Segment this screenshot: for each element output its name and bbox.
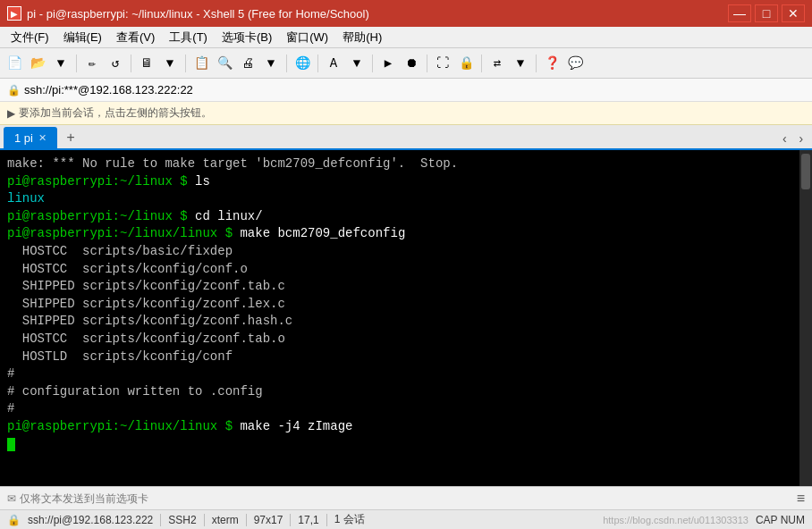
term-line-8: SHIPPED scripts/kconfig/zconf.lex.c xyxy=(7,296,792,314)
menu-tools[interactable]: 工具(T) xyxy=(162,28,215,47)
bottom-input-bar: ✉ ≡ xyxy=(0,486,812,509)
tb-font2[interactable]: ▼ xyxy=(346,53,368,74)
info-bar: ▶ 要添加当前会话，点击左侧的箭头按钮。 xyxy=(0,102,812,125)
term-line-10: HOSTCC scripts/kconfig/zconf.tab.o xyxy=(7,331,792,348)
status-protocol: SSH2 xyxy=(168,514,196,526)
tab-add-button[interactable]: + xyxy=(61,129,80,148)
menu-help[interactable]: 帮助(H) xyxy=(335,28,389,47)
menu-window[interactable]: 窗口(W) xyxy=(279,28,335,47)
status-sep2 xyxy=(204,514,205,526)
tb-sep8 xyxy=(481,55,482,72)
info-arrow-icon: ▶ xyxy=(7,107,15,120)
app-icon: ▶ xyxy=(7,6,21,21)
tab-close-icon[interactable]: ✕ xyxy=(38,132,47,144)
tab-1pi[interactable]: 1 pi ✕ xyxy=(4,127,57,148)
term-line-cursor xyxy=(7,436,792,454)
info-text: 要添加当前会话，点击左侧的箭头按钮。 xyxy=(19,105,212,121)
tb-back[interactable]: ✏️ xyxy=(81,53,103,74)
status-sep3 xyxy=(246,514,247,526)
term-line-14: # xyxy=(7,400,792,418)
status-sep1 xyxy=(160,514,161,526)
tb-forward[interactable]: ↺ xyxy=(105,53,126,74)
tb-dropdown2[interactable]: ▼ xyxy=(159,53,181,74)
tb-paste[interactable]: 📋 xyxy=(190,53,212,74)
term-line-9: SHIPPED scripts/kconfig/zconf.hash.c xyxy=(7,313,792,331)
terminal[interactable]: make: *** No rule to make target 'bcm270… xyxy=(0,150,799,486)
terminal-scrollbar[interactable] xyxy=(799,150,812,486)
tb-sep4 xyxy=(286,55,287,72)
tb-chat[interactable]: 💬 xyxy=(564,53,586,74)
close-button[interactable]: ✕ xyxy=(782,4,805,22)
tb-sep3 xyxy=(185,55,186,72)
tb-sep7 xyxy=(427,55,427,72)
term-line-15: pi@raspberrypi:~/linux/linux $ make -j4 … xyxy=(7,418,792,436)
terminal-cursor xyxy=(7,438,15,451)
status-right: https://blog.csdn.net/u011303313 CAP NUM xyxy=(603,514,805,526)
menu-edit[interactable]: 编辑(E) xyxy=(56,28,109,47)
tb-sep2 xyxy=(131,55,131,72)
menu-bar: 文件(F) 编辑(E) 查看(V) 工具(T) 选项卡(B) 窗口(W) 帮助(… xyxy=(0,27,812,48)
term-line-6: HOSTCC scripts/kconfig/conf.o xyxy=(7,261,792,279)
status-sep5 xyxy=(326,514,327,526)
tb-font[interactable]: A xyxy=(323,53,344,74)
title-bar: ▶ pi - pi@raspberrypi: ~/linux/linux - X… xyxy=(0,0,812,27)
scroll-thumb[interactable] xyxy=(801,154,810,189)
bottom-input-field[interactable] xyxy=(20,492,793,505)
status-watermark: https://blog.csdn.net/u011303313 xyxy=(603,515,749,525)
tb-open[interactable]: 📂 xyxy=(27,53,48,74)
tb-sep1 xyxy=(76,55,77,72)
tb-sep9 xyxy=(536,55,537,72)
tb-transfer[interactable]: ⇄ xyxy=(486,53,508,74)
tab-nav-prev[interactable]: ‹ xyxy=(777,130,791,148)
tb-sep5 xyxy=(317,55,318,72)
terminal-wrapper: make: *** No rule to make target 'bcm270… xyxy=(0,150,812,486)
tab-nav: ‹ › xyxy=(777,130,808,148)
status-lock-icon: 🔒 xyxy=(7,514,21,526)
term-line-12: # xyxy=(7,365,792,383)
maximize-button[interactable]: □ xyxy=(755,4,778,22)
bottom-more-icon[interactable]: ≡ xyxy=(797,491,805,507)
status-sessions: 1 会话 xyxy=(334,512,365,527)
tb-search[interactable]: 🔍 xyxy=(214,53,235,74)
tb-print2[interactable]: ▼ xyxy=(260,53,282,74)
tb-script[interactable]: ▶ xyxy=(377,53,399,74)
tb-help[interactable]: ❓ xyxy=(541,53,562,74)
bottom-input-icon: ✉ xyxy=(7,492,16,505)
term-line-13: # configuration written to .config xyxy=(7,383,792,401)
status-zoom: 97x17 xyxy=(254,514,283,526)
status-capslock: CAP NUM xyxy=(756,514,805,526)
tb-lock[interactable]: 🔒 xyxy=(455,53,477,74)
ssh-address: ssh://pi:***@192.168.123.222:22 xyxy=(24,83,193,97)
menu-tabs[interactable]: 选项卡(B) xyxy=(215,28,279,47)
tb-print[interactable]: 🖨 xyxy=(237,53,258,74)
ssh-bar: 🔒 ssh://pi:***@192.168.123.222:22 xyxy=(0,79,812,102)
term-line-11: HOSTLD scripts/kconfig/conf xyxy=(7,348,792,366)
term-line-7: SHIPPED scripts/kconfig/zconf.tab.c xyxy=(7,278,792,296)
tb-globe[interactable]: 🌐 xyxy=(292,53,313,74)
tb-transfer2[interactable]: ▼ xyxy=(510,53,531,74)
status-ssh-address: ssh://pi@192.168.123.222 xyxy=(28,514,153,526)
tb-fullscreen[interactable]: ⛶ xyxy=(432,53,453,74)
tab-nav-next[interactable]: › xyxy=(794,130,808,148)
status-bar: 🔒 ssh://pi@192.168.123.222 SSH2 xterm 97… xyxy=(0,509,812,529)
tb-copy[interactable]: 🖥 xyxy=(136,53,157,74)
menu-view[interactable]: 查看(V) xyxy=(109,28,162,47)
window-controls: — □ ✕ xyxy=(728,4,805,22)
term-line-1: pi@raspberrypi:~/linux $ ls xyxy=(7,173,792,191)
toolbar: 📄 📂 ▼ ✏️ ↺ 🖥 ▼ 📋 🔍 🖨 ▼ 🌐 A ▼ ▶ ⏺ ⛶ 🔒 ⇄ ▼… xyxy=(0,48,812,79)
tb-sep6 xyxy=(372,55,373,72)
tb-dropdown[interactable]: ▼ xyxy=(50,53,72,74)
ssh-lock-icon: 🔒 xyxy=(7,84,21,97)
tb-new[interactable]: 📄 xyxy=(4,53,25,74)
term-line-5: HOSTCC scripts/basic/fixdep xyxy=(7,243,792,261)
tab-bar: 1 pi ✕ + ‹ › xyxy=(0,125,812,150)
term-line-4: pi@raspberrypi:~/linux/linux $ make bcm2… xyxy=(7,225,792,243)
term-line-0: make: *** No rule to make target 'bcm270… xyxy=(7,155,792,173)
minimize-button[interactable]: — xyxy=(728,4,751,22)
term-line-3: pi@raspberrypi:~/linux $ cd linux/ xyxy=(7,208,792,226)
status-position: 17,1 xyxy=(298,514,318,526)
menu-file[interactable]: 文件(F) xyxy=(4,28,56,47)
status-encoding: xterm xyxy=(212,514,239,526)
tab-1pi-label: 1 pi xyxy=(14,131,33,145)
tb-rec[interactable]: ⏺ xyxy=(401,53,422,74)
